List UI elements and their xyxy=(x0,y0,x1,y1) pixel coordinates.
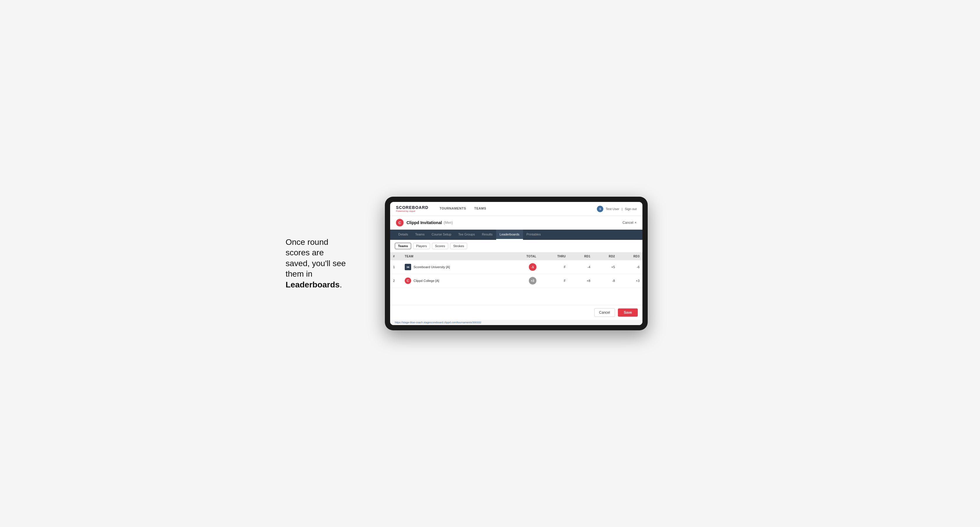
cancel-button-footer[interactable]: Cancel xyxy=(594,308,615,317)
team-logo-sb: SB xyxy=(405,264,411,270)
nav-tournaments[interactable]: TOURNAMENTS xyxy=(435,202,470,216)
leaderboard-table: # TEAM TOTAL THRU RD1 RD2 RD3 1 xyxy=(390,252,643,288)
rd1-2: +8 xyxy=(568,274,593,288)
table-row: 1 SB Scoreboard University [A] xyxy=(390,260,643,274)
tab-printables[interactable]: Printables xyxy=(523,230,544,240)
nav-teams[interactable]: TEAMS xyxy=(470,202,490,216)
rank-1: 1 xyxy=(390,260,402,274)
tournament-logo: C xyxy=(396,219,404,227)
url-bar: https://stage-blue-coach.stagescoreboard… xyxy=(390,320,643,325)
app-logo: SCOREBOARD Powered by clippd xyxy=(396,205,428,213)
filter-teams[interactable]: Teams xyxy=(395,243,411,249)
filter-bar: Teams Players Scores Strokes xyxy=(390,240,643,252)
tab-leaderboards[interactable]: Leaderboards xyxy=(496,230,523,240)
filter-players[interactable]: Players xyxy=(413,243,430,249)
thru-2: F xyxy=(539,274,569,288)
logo-text: SCOREBOARD xyxy=(396,205,428,210)
avatar: S xyxy=(597,206,603,212)
tournament-title: Clippd Invitational xyxy=(406,220,442,225)
score-badge-gray: +3 xyxy=(529,277,536,284)
col-rd1: RD1 xyxy=(568,252,593,260)
col-rank: # xyxy=(390,252,402,260)
rd2-1: +5 xyxy=(593,260,618,274)
total-2: +3 xyxy=(507,274,539,288)
tournament-subtitle: (Men) xyxy=(444,221,453,225)
tab-details[interactable]: Details xyxy=(395,230,412,240)
leaderboard-content: # TEAM TOTAL THRU RD1 RD2 RD3 1 xyxy=(390,252,643,305)
rd1-1: -4 xyxy=(568,260,593,274)
nav-right: S Test User | Sign out xyxy=(597,206,636,212)
thru-1: F xyxy=(539,260,569,274)
separator: | xyxy=(622,207,622,211)
score-badge-red: -5 xyxy=(529,263,536,271)
tournament-header: C Clippd Invitational (Men) Cancel × xyxy=(390,216,643,230)
logo-subtitle: Powered by clippd xyxy=(396,210,428,213)
table-header-row: # TEAM TOTAL THRU RD1 RD2 RD3 xyxy=(390,252,643,260)
rd3-2: +3 xyxy=(618,274,643,288)
tab-teams[interactable]: Teams xyxy=(412,230,428,240)
filter-strokes[interactable]: Strokes xyxy=(450,243,467,249)
total-1: -5 xyxy=(507,260,539,274)
col-team: TEAM xyxy=(402,252,507,260)
tablet-device: SCOREBOARD Powered by clippd TOURNAMENTS… xyxy=(385,197,648,330)
nav-items: TOURNAMENTS TEAMS xyxy=(435,202,597,216)
url-text: https://stage-blue-coach.stagescoreboard… xyxy=(395,321,481,324)
rd2-2: -8 xyxy=(593,274,618,288)
tab-results[interactable]: Results xyxy=(478,230,496,240)
col-total: TOTAL xyxy=(507,252,539,260)
sub-navigation: Details Teams Course Setup Tee Groups Re… xyxy=(390,230,643,240)
cancel-button-header[interactable]: Cancel × xyxy=(622,221,636,225)
team-name-1: SB Scoreboard University [A] xyxy=(402,260,507,274)
left-description: Once roundscores aresaved, you'll seethe… xyxy=(286,237,368,290)
save-button[interactable]: Save xyxy=(618,308,638,317)
col-rd2: RD2 xyxy=(593,252,618,260)
leaderboards-bold: Leaderboards xyxy=(286,280,340,289)
col-thru: THRU xyxy=(539,252,569,260)
description-text: Once roundscores aresaved, you'll seethe… xyxy=(286,238,346,289)
rank-2: 2 xyxy=(390,274,402,288)
user-name: Test User xyxy=(606,207,619,211)
team-name-2: C Clippd College [A] xyxy=(402,274,507,288)
footer-bar: Cancel Save xyxy=(390,305,643,320)
table-row: 2 C Clippd College [A] +3 xyxy=(390,274,643,288)
tab-course-setup[interactable]: Course Setup xyxy=(428,230,455,240)
sign-out-link[interactable]: Sign out xyxy=(625,207,636,211)
tablet-screen: SCOREBOARD Powered by clippd TOURNAMENTS… xyxy=(390,202,643,325)
rd3-1: -6 xyxy=(618,260,643,274)
top-navigation: SCOREBOARD Powered by clippd TOURNAMENTS… xyxy=(390,202,643,216)
team-logo-c: C xyxy=(405,278,411,284)
col-rd3: RD3 xyxy=(618,252,643,260)
tab-tee-groups[interactable]: Tee Groups xyxy=(455,230,478,240)
filter-scores[interactable]: Scores xyxy=(432,243,448,249)
